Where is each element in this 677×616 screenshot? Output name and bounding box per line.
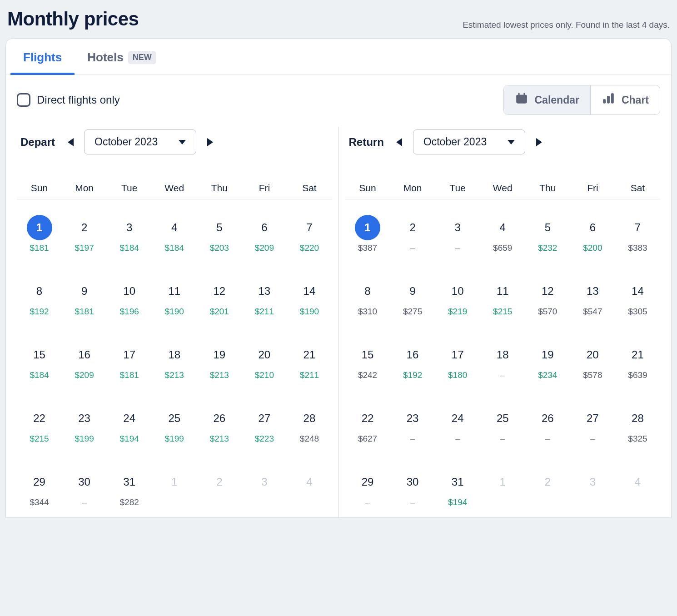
depart-day-cell[interactable]: 7$220 bbox=[287, 199, 332, 263]
return-day-cell[interactable]: 16$192 bbox=[390, 327, 435, 390]
depart-day-cell[interactable]: 9$181 bbox=[62, 263, 107, 327]
day-number: 14 bbox=[297, 278, 322, 304]
return-day-cell[interactable]: 29– bbox=[345, 454, 390, 517]
return-day-cell[interactable]: 14$305 bbox=[615, 263, 660, 327]
depart-day-cell[interactable]: 3$184 bbox=[107, 199, 152, 263]
view-calendar-button[interactable]: Calendar bbox=[504, 85, 590, 114]
depart-day-cell[interactable]: 13$211 bbox=[242, 263, 287, 327]
day-number: 15 bbox=[27, 342, 52, 368]
depart-day-cell[interactable]: 4$184 bbox=[152, 199, 197, 263]
day-number: 3 bbox=[252, 469, 277, 495]
return-day-cell[interactable]: 3– bbox=[435, 199, 480, 263]
depart-day-cell[interactable]: 10$196 bbox=[107, 263, 152, 327]
depart-day-cell[interactable]: 25$199 bbox=[152, 390, 197, 454]
return-day-cell[interactable]: 1$387 bbox=[345, 199, 390, 263]
return-day-cell[interactable]: 26– bbox=[525, 390, 570, 454]
depart-month-select[interactable]: October 2023 bbox=[84, 129, 196, 154]
day-price: $200 bbox=[570, 243, 615, 253]
return-day-cell[interactable]: 6$200 bbox=[570, 199, 615, 263]
day-price: $275 bbox=[390, 307, 435, 317]
return-next-month-button[interactable] bbox=[533, 137, 544, 148]
depart-day-cell[interactable]: 30– bbox=[62, 454, 107, 517]
return-day-cell[interactable]: 13$547 bbox=[570, 263, 615, 327]
return-day-cell[interactable]: 27– bbox=[570, 390, 615, 454]
dow-label: Sun bbox=[17, 183, 62, 194]
dow-label: Thu bbox=[525, 183, 570, 194]
return-day-cell[interactable]: 22$627 bbox=[345, 390, 390, 454]
day-price: $209 bbox=[62, 370, 107, 380]
day-number: 10 bbox=[445, 278, 470, 304]
depart-day-cell[interactable]: 5$203 bbox=[197, 199, 242, 263]
svg-point-2 bbox=[518, 100, 519, 101]
depart-day-cell[interactable]: 19$213 bbox=[197, 327, 242, 390]
depart-day-cell[interactable]: 8$192 bbox=[17, 263, 62, 327]
return-day-cell[interactable]: 7$383 bbox=[615, 199, 660, 263]
depart-day-cell[interactable]: 15$184 bbox=[17, 327, 62, 390]
day-number: 9 bbox=[400, 278, 425, 304]
return-day-cell[interactable]: 5$232 bbox=[525, 199, 570, 263]
return-day-cell[interactable]: 24– bbox=[435, 390, 480, 454]
calendar-icon bbox=[515, 93, 528, 107]
day-number: 1 bbox=[490, 469, 515, 495]
day-number: 3 bbox=[445, 215, 470, 240]
depart-day-cell[interactable]: 28$248 bbox=[287, 390, 332, 454]
return-day-cell[interactable]: 17$180 bbox=[435, 327, 480, 390]
return-day-cell[interactable]: 4$659 bbox=[480, 199, 525, 263]
day-number: 24 bbox=[445, 406, 470, 431]
checkbox-icon bbox=[17, 93, 30, 107]
depart-day-cell[interactable]: 18$213 bbox=[152, 327, 197, 390]
view-chart-button[interactable]: Chart bbox=[590, 85, 660, 114]
depart-day-cell[interactable]: 20$210 bbox=[242, 327, 287, 390]
depart-day-cell[interactable]: 14$190 bbox=[287, 263, 332, 327]
depart-day-cell[interactable]: 11$190 bbox=[152, 263, 197, 327]
return-day-cell[interactable]: 31$194 bbox=[435, 454, 480, 517]
depart-day-cell[interactable]: 2$197 bbox=[62, 199, 107, 263]
depart-day-cell[interactable]: 23$199 bbox=[62, 390, 107, 454]
depart-day-cell[interactable]: 22$215 bbox=[17, 390, 62, 454]
return-day-cell[interactable]: 18– bbox=[480, 327, 525, 390]
tab-flights-label: Flights bbox=[23, 50, 62, 65]
depart-day-cell[interactable]: 26$213 bbox=[197, 390, 242, 454]
depart-day-cell[interactable]: 27$223 bbox=[242, 390, 287, 454]
depart-day-cell[interactable]: 16$209 bbox=[62, 327, 107, 390]
depart-prev-month-button[interactable] bbox=[65, 137, 76, 148]
return-day-cell[interactable]: 28$325 bbox=[615, 390, 660, 454]
depart-day-cell[interactable]: 1$181 bbox=[17, 199, 62, 263]
day-price: – bbox=[525, 434, 570, 444]
return-day-cell[interactable]: 30– bbox=[390, 454, 435, 517]
view-calendar-label: Calendar bbox=[535, 94, 579, 106]
tab-flights[interactable]: Flights bbox=[10, 39, 75, 75]
return-day-cell[interactable]: 2– bbox=[390, 199, 435, 263]
return-prev-month-button[interactable] bbox=[394, 137, 405, 148]
return-day-cell[interactable]: 20$578 bbox=[570, 327, 615, 390]
depart-day-cell[interactable]: 6$209 bbox=[242, 199, 287, 263]
return-day-cell[interactable]: 9$275 bbox=[390, 263, 435, 327]
day-number: 11 bbox=[490, 278, 515, 304]
return-day-cell[interactable]: 25– bbox=[480, 390, 525, 454]
return-month-select[interactable]: October 2023 bbox=[413, 129, 525, 154]
page-title: Monthly prices bbox=[7, 8, 139, 30]
return-day-cell[interactable]: 10$219 bbox=[435, 263, 480, 327]
day-number: 23 bbox=[72, 406, 97, 431]
day-price: $210 bbox=[242, 370, 287, 380]
return-day-cell[interactable]: 12$570 bbox=[525, 263, 570, 327]
return-day-cell[interactable]: 11$215 bbox=[480, 263, 525, 327]
depart-calendar: Depart October 2023 SunMonTueWedThuFriSa… bbox=[10, 127, 338, 517]
depart-day-cell[interactable]: 17$181 bbox=[107, 327, 152, 390]
depart-day-cell[interactable]: 21$211 bbox=[287, 327, 332, 390]
depart-day-cell[interactable]: 31$282 bbox=[107, 454, 152, 517]
day-price: $194 bbox=[435, 497, 480, 507]
tab-hotels[interactable]: Hotels NEW bbox=[75, 39, 169, 75]
return-day-cell[interactable]: 21$639 bbox=[615, 327, 660, 390]
day-price: $248 bbox=[287, 434, 332, 444]
return-day-cell[interactable]: 15$242 bbox=[345, 327, 390, 390]
return-day-cell[interactable]: 19$234 bbox=[525, 327, 570, 390]
depart-day-cell[interactable]: 24$194 bbox=[107, 390, 152, 454]
direct-flights-checkbox[interactable]: Direct flights only bbox=[17, 93, 120, 107]
depart-day-cell[interactable]: 12$201 bbox=[197, 263, 242, 327]
day-price: $570 bbox=[525, 307, 570, 317]
depart-day-cell[interactable]: 29$344 bbox=[17, 454, 62, 517]
return-day-cell[interactable]: 23– bbox=[390, 390, 435, 454]
depart-next-month-button[interactable] bbox=[204, 137, 215, 148]
return-day-cell[interactable]: 8$310 bbox=[345, 263, 390, 327]
